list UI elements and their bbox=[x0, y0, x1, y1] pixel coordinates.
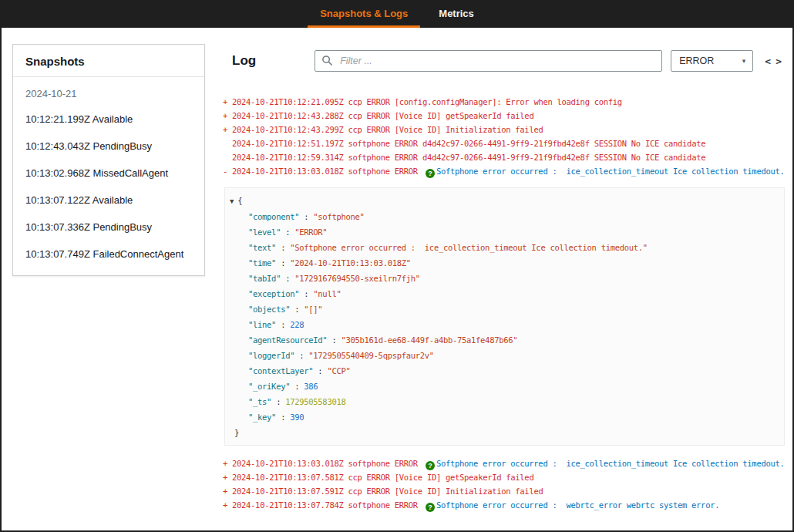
json-field-value: "305b161d-ee68-449f-a4bb-75a1fe487b66" bbox=[341, 335, 517, 345]
log-entry-expand-toggle[interactable]: + bbox=[223, 95, 232, 109]
log-entry[interactable]: 2024-10-21T10:12:59.314Z softphone ERROR… bbox=[223, 150, 788, 164]
chevron-right-icon[interactable]: > bbox=[775, 56, 782, 67]
log-entry[interactable]: -2024-10-21T10:13:03.018Z softphone ERRO… bbox=[223, 164, 788, 178]
json-field-key: "_oriKey" bbox=[248, 382, 290, 391]
json-close-brace: } bbox=[234, 428, 239, 437]
log-entry-expand-toggle[interactable]: + bbox=[223, 470, 232, 484]
panel-collapse-control[interactable]: < > bbox=[765, 56, 786, 67]
log-entry[interactable]: 2024-10-21T10:12:51.197Z softphone ERROR… bbox=[223, 136, 788, 150]
json-field-value: 386 bbox=[304, 382, 318, 391]
log-filter bbox=[315, 50, 662, 72]
json-field-key: "loggerId" bbox=[248, 351, 294, 360]
log-entry[interactable]: +2024-10-21T10:13:03.018Z softphone ERRO… bbox=[223, 456, 788, 470]
json-field-value: 390 bbox=[290, 412, 304, 422]
json-field: "_key" : 390 bbox=[230, 409, 778, 425]
json-field-key: "_ts" bbox=[248, 397, 271, 406]
json-fields: "component" : "softphone""level" : "ERRO… bbox=[230, 209, 778, 425]
snapshots-date-header: 2024-10-21 bbox=[13, 77, 204, 106]
log-entry-message: 2024-10-21T10:13:07.591Z ccp ERROR [Voic… bbox=[232, 487, 543, 496]
log-panel-title: Log bbox=[232, 53, 256, 69]
json-field: "time" : "2024-10-21T10:13:03.018Z" bbox=[230, 255, 778, 271]
tab-snapshots-and-logs[interactable]: Snapshots & Logs bbox=[308, 2, 420, 28]
log-entries-bottom: +2024-10-21T10:13:03.018Z softphone ERRO… bbox=[223, 453, 788, 512]
snapshot-item[interactable]: 10:12:43.043Z PendingBusy bbox=[13, 133, 204, 160]
log-entry-detail-json: ▼{ "component" : "softphone""level" : "E… bbox=[224, 187, 785, 446]
json-field-value: 228 bbox=[290, 320, 304, 329]
log-entry-expand-toggle[interactable] bbox=[223, 136, 232, 150]
log-entry-message: 2024-10-21T10:13:03.018Z softphone ERROR bbox=[232, 167, 422, 176]
search-icon bbox=[321, 55, 333, 66]
help-icon: ? bbox=[426, 503, 435, 512]
log-entry-message: 2024-10-21T10:12:43.288Z ccp ERROR [Voic… bbox=[232, 111, 533, 120]
log-header: Log ERROR ▾ < > bbox=[220, 44, 788, 72]
log-filter-input[interactable] bbox=[315, 50, 662, 72]
log-entry-expand-toggle[interactable]: + bbox=[223, 498, 232, 512]
json-field-value: "CCP" bbox=[327, 366, 350, 375]
log-entry[interactable]: +2024-10-21T10:13:07.784Z softphone ERRO… bbox=[223, 498, 788, 512]
log-level-dropdown[interactable]: ERROR ▾ bbox=[671, 50, 753, 72]
json-field: "level" : "ERROR" bbox=[230, 224, 778, 240]
log-entry-expand-toggle[interactable]: + bbox=[223, 109, 232, 123]
json-field: "line" : 228 bbox=[230, 317, 778, 332]
chevron-down-icon: ▾ bbox=[742, 57, 746, 65]
log-entry-message: 2024-10-21T10:12:59.314Z softphone ERROR… bbox=[232, 153, 705, 162]
log-entry-message: 2024-10-21T10:13:07.581Z ccp ERROR [Voic… bbox=[232, 473, 533, 482]
log-entry[interactable]: +2024-10-21T10:13:07.581Z ccp ERROR [Voi… bbox=[223, 470, 788, 484]
json-field-value: "1729505540409-5qpspfaur2v" bbox=[308, 351, 434, 360]
log-level-value: ERROR bbox=[679, 56, 714, 66]
json-field-value: 1729505583018 bbox=[285, 397, 345, 406]
json-field-key: "exception" bbox=[248, 289, 299, 298]
log-entry-expand-toggle[interactable]: + bbox=[223, 123, 232, 136]
json-field-value: "ERROR" bbox=[294, 227, 327, 237]
tab-metrics[interactable]: Metrics bbox=[426, 2, 486, 28]
log-entry-expand-toggle[interactable] bbox=[223, 150, 232, 164]
log-entries-top: +2024-10-21T10:12:21.095Z ccp ERROR [con… bbox=[223, 95, 788, 178]
log-entry[interactable]: +2024-10-21T10:12:43.299Z ccp ERROR [Voi… bbox=[223, 123, 788, 136]
snapshot-item[interactable]: 10:13:07.749Z FailedConnectAgent bbox=[13, 241, 204, 268]
help-icon: ? bbox=[426, 461, 435, 470]
log-entry-highlight: Softphone error occurred : ice_collectio… bbox=[436, 459, 785, 468]
json-field-key: "tabId" bbox=[248, 274, 281, 283]
json-field-key: "_key" bbox=[248, 412, 276, 422]
log-entry[interactable]: +2024-10-21T10:12:43.288Z ccp ERROR [Voi… bbox=[223, 109, 788, 123]
json-field: "tabId" : "1729167694550-sxeilrn7fjh" bbox=[230, 271, 778, 286]
json-field-key: "level" bbox=[248, 227, 281, 237]
top-navigation-bar: Snapshots & Logs Metrics bbox=[2, 2, 792, 28]
log-entry-expand-toggle[interactable]: - bbox=[223, 164, 232, 178]
snapshot-item[interactable]: 10:12:21.199Z Available bbox=[13, 106, 204, 133]
log-entry-message: 2024-10-21T10:12:43.299Z ccp ERROR [Voic… bbox=[232, 125, 543, 134]
json-field-value: "null" bbox=[313, 289, 341, 298]
log-entry-message: 2024-10-21T10:13:07.784Z softphone ERROR bbox=[232, 500, 422, 510]
log-panel: Log ERROR ▾ < > +2024-10-21T10:12:21.095… bbox=[220, 44, 788, 527]
log-entry[interactable]: +2024-10-21T10:12:21.095Z ccp ERROR [con… bbox=[223, 95, 788, 109]
snapshot-item[interactable]: 10:13:07.122Z Available bbox=[13, 187, 204, 214]
json-field-value: "Softphone error occurred : ice_collecti… bbox=[290, 243, 648, 252]
log-entry-message: 2024-10-21T10:12:51.197Z softphone ERROR… bbox=[232, 139, 705, 148]
log-entry-highlight: Softphone error occurred : ice_collectio… bbox=[436, 167, 785, 176]
json-field-value: "softphone" bbox=[313, 212, 364, 221]
log-entry[interactable]: +2024-10-21T10:13:07.591Z ccp ERROR [Voi… bbox=[223, 484, 788, 498]
json-field-key: "component" bbox=[248, 212, 299, 221]
snapshot-item[interactable]: 10:13:02.968Z MissedCallAgent bbox=[13, 160, 204, 187]
help-icon: ? bbox=[426, 169, 435, 178]
log-entry-expand-toggle[interactable]: + bbox=[223, 456, 232, 470]
json-field: "contextLayer" : "CCP" bbox=[230, 363, 778, 379]
json-field: "agentResourceId" : "305b161d-ee68-449f-… bbox=[230, 332, 778, 348]
snapshot-list: 10:12:21.199Z Available10:12:43.043Z Pen… bbox=[13, 106, 204, 268]
collapse-triangle-icon[interactable]: ▼ bbox=[230, 197, 234, 205]
json-field-key: "agentResourceId" bbox=[248, 335, 327, 345]
log-entry-message: 2024-10-21T10:13:03.018Z softphone ERROR bbox=[232, 459, 422, 468]
log-body: +2024-10-21T10:12:21.095Z ccp ERROR [con… bbox=[220, 72, 788, 512]
log-entry-expand-toggle[interactable]: + bbox=[223, 484, 232, 498]
json-field-key: "time" bbox=[248, 258, 276, 268]
snapshot-item[interactable]: 10:13:07.336Z PendingBusy bbox=[13, 214, 204, 241]
snapshots-panel-title: Snapshots bbox=[13, 45, 204, 77]
log-entry-highlight: Softphone error occurred : webrtc_error … bbox=[436, 500, 719, 510]
json-field: "objects" : "[]" bbox=[230, 301, 778, 317]
json-field-key: "text" bbox=[248, 243, 276, 252]
chevron-left-icon[interactable]: < bbox=[765, 56, 771, 67]
snapshots-panel: Snapshots 2024-10-21 10:12:21.199Z Avail… bbox=[12, 44, 205, 276]
json-field-value: "1729167694550-sxeilrn7fjh" bbox=[294, 274, 420, 283]
json-field: "_ts" : 1729505583018 bbox=[230, 394, 778, 409]
json-field: "text" : "Softphone error occurred : ice… bbox=[230, 240, 778, 255]
